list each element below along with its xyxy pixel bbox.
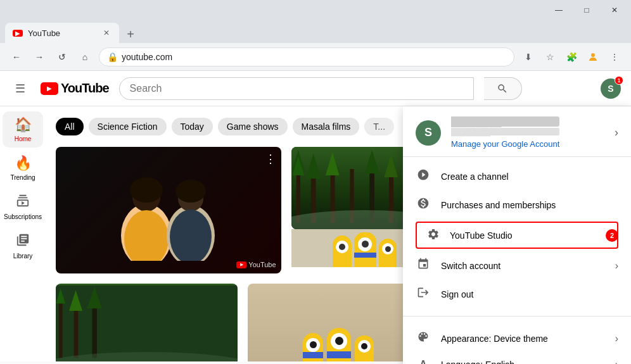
- yt-studio-wrapper: YouTube Studio 2: [403, 219, 631, 251]
- video-card-5[interactable]: [248, 284, 430, 361]
- switch-account-arrow: ›: [615, 260, 618, 272]
- dropdown-email: ████████@gmail.com: [451, 128, 559, 135]
- search-button[interactable]: [484, 77, 522, 100]
- account-dropdown: S ████████ ████████@gmail.com Manage you…: [403, 106, 631, 364]
- studio-badge: 2: [606, 229, 618, 242]
- appearance-label: Appearance: Device theme: [441, 334, 605, 344]
- dropdown-item-appearance[interactable]: Appearance: Device theme ›: [403, 324, 631, 353]
- sidebar-item-subscriptions[interactable]: Subscriptions: [3, 189, 43, 225]
- svg-marker-21: [384, 154, 398, 177]
- chip-science-fiction[interactable]: Science Fiction: [89, 118, 167, 135]
- svg-point-4: [130, 177, 163, 203]
- dropdown-header-arrow: ›: [615, 126, 618, 139]
- maximize-button[interactable]: □: [573, 0, 601, 20]
- home-icon: 🏠: [15, 116, 32, 133]
- new-tab-button[interactable]: +: [122, 25, 139, 43]
- youtube-header: ☰ YouTube S 1: [0, 71, 631, 106]
- dropdown-username: ████████: [451, 116, 559, 127]
- create-channel-icon: [416, 168, 431, 184]
- notification-badge: 1: [615, 76, 623, 85]
- youtube-logo[interactable]: YouTube: [41, 81, 109, 96]
- chip-masala-films[interactable]: Masala films: [293, 118, 360, 135]
- active-tab[interactable]: YouTube ✕: [5, 23, 119, 43]
- svg-marker-14: [306, 153, 321, 179]
- create-channel-label: Create a channel: [441, 172, 618, 182]
- header-right: S 1: [601, 78, 621, 99]
- back-button[interactable]: ←: [8, 48, 25, 66]
- tab-title: YouTube: [28, 28, 60, 38]
- home-button[interactable]: ⌂: [76, 48, 94, 66]
- sign-out-icon: [416, 286, 431, 302]
- youtube-studio-icon: [427, 228, 440, 242]
- subscriptions-icon: [16, 194, 30, 211]
- youtube-sidebar: 🏠 Home 🔥 Trending Subscriptions Library: [0, 106, 46, 361]
- account-avatar-button[interactable]: S 1: [601, 78, 621, 99]
- svg-rect-28: [59, 298, 63, 358]
- dropdown-divider-1: [403, 316, 631, 317]
- dropdown-avatar: S: [416, 120, 441, 146]
- svg-marker-16: [325, 152, 339, 175]
- url-text: youtube.com: [122, 52, 172, 62]
- dropdown-item-language[interactable]: A Language: English ›: [403, 353, 631, 364]
- chrome-menu-button[interactable]: ⋮: [606, 48, 623, 66]
- browser-actions: ⬇ ☆ 🧩 ⋮: [519, 48, 623, 66]
- chip-all[interactable]: All: [56, 118, 84, 135]
- sidebar-subscriptions-label: Subscriptions: [4, 213, 42, 220]
- language-icon: A: [416, 359, 431, 364]
- dropdown-item-sign-out[interactable]: Sign out: [403, 280, 631, 308]
- switch-account-label: Switch account: [441, 261, 605, 271]
- video-thumbnail-1: ⋮ ▶ YouTube: [56, 147, 281, 273]
- sidebar-trending-label: Trending: [10, 174, 35, 181]
- tab-favicon: [13, 30, 23, 37]
- tab-close-button[interactable]: ✕: [101, 28, 112, 38]
- chip-today[interactable]: Today: [172, 118, 213, 135]
- window-title-bar: — □ ✕: [0, 0, 631, 20]
- chip-game-shows[interactable]: Game shows: [218, 118, 288, 135]
- hamburger-icon: ☰: [15, 82, 25, 96]
- appearance-icon: [416, 330, 431, 346]
- sidebar-item-trending[interactable]: 🔥 Trending: [3, 150, 43, 186]
- youtube-logo-text: YouTube: [61, 81, 109, 96]
- dropdown-item-purchases[interactable]: Purchases and memberships: [403, 191, 631, 219]
- forward-button[interactable]: →: [30, 48, 48, 66]
- youtube-logo-icon: [41, 82, 58, 95]
- appearance-arrow: ›: [615, 333, 618, 344]
- minimize-button[interactable]: —: [545, 0, 573, 20]
- language-label: Language: English: [441, 360, 605, 364]
- dropdown-item-youtube-studio[interactable]: YouTube Studio: [416, 222, 618, 249]
- svg-rect-27: [56, 286, 238, 361]
- video-more-button-1[interactable]: ⋮: [265, 152, 276, 166]
- dropdown-item-create-channel[interactable]: Create a channel: [403, 162, 631, 191]
- youtube-studio-label: YouTube Studio: [450, 230, 513, 241]
- browser-controls: ← → ↺ ⌂ 🔒 youtube.com ⬇ ☆ 🧩 ⋮: [0, 43, 631, 71]
- lock-icon: 🔒: [107, 52, 118, 62]
- dropdown-group-1: Create a channel Purchases and membershi…: [403, 157, 631, 313]
- trending-icon: 🔥: [15, 155, 32, 172]
- search-input[interactable]: [119, 77, 474, 100]
- dropdown-header: S ████████ ████████@gmail.com Manage you…: [403, 106, 631, 157]
- svg-marker-19: [364, 150, 379, 173]
- manage-google-account-link[interactable]: Manage your Google Account: [451, 139, 559, 149]
- purchases-icon: [416, 197, 431, 213]
- download-button[interactable]: ⬇: [519, 48, 537, 66]
- sidebar-home-label: Home: [15, 135, 32, 142]
- avatar-letter: S: [608, 84, 613, 94]
- extensions-button[interactable]: 🧩: [563, 48, 580, 66]
- yt-watermark-1: ▶ YouTube: [236, 261, 276, 268]
- bookmark-button[interactable]: ☆: [541, 48, 559, 66]
- sidebar-item-library[interactable]: Library: [3, 228, 43, 265]
- video-card-4[interactable]: [56, 284, 238, 361]
- dropdown-item-switch-account[interactable]: Switch account ›: [403, 251, 631, 280]
- hamburger-menu-button[interactable]: ☰: [10, 77, 30, 101]
- sidebar-item-home[interactable]: 🏠 Home: [3, 111, 43, 147]
- video-card-1[interactable]: ⋮ ▶ YouTube: [56, 147, 281, 273]
- library-icon: [16, 233, 30, 250]
- tab-bar: YouTube ✕ +: [0, 20, 631, 43]
- reload-button[interactable]: ↺: [53, 48, 71, 66]
- dropdown-user-info: ████████ ████████@gmail.com Manage your …: [451, 116, 559, 149]
- sidebar-library-label: Library: [13, 253, 33, 260]
- address-bar[interactable]: 🔒 youtube.com: [99, 47, 514, 66]
- close-button[interactable]: ✕: [601, 0, 628, 20]
- profile-extension-button[interactable]: [584, 48, 602, 66]
- chip-more[interactable]: T...: [364, 118, 394, 135]
